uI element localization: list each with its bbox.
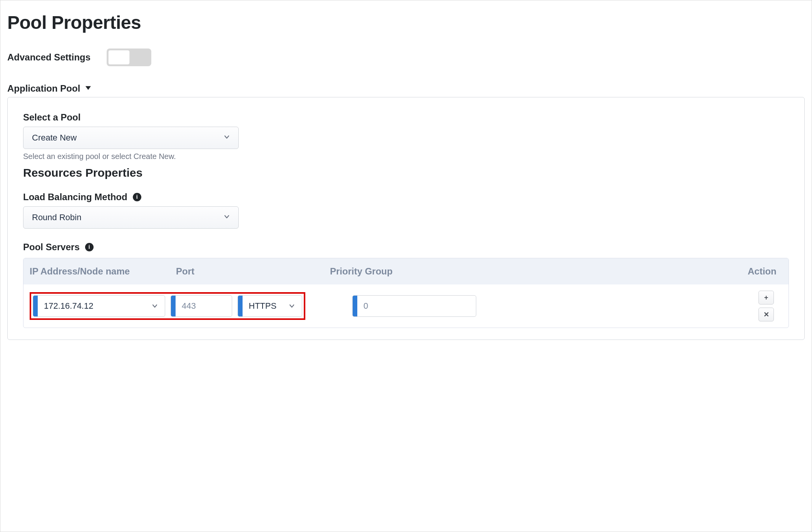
priority-input[interactable] bbox=[352, 295, 476, 317]
page-title: Pool Properties bbox=[7, 12, 805, 33]
port-input[interactable] bbox=[171, 295, 232, 317]
application-pool-section-label: Application Pool bbox=[7, 83, 80, 94]
pool-servers-label: Pool Servers i bbox=[23, 242, 789, 253]
load-balancing-label: Load Balancing Method i bbox=[23, 192, 789, 202]
th-action: Action bbox=[748, 266, 782, 277]
chevron-down-icon bbox=[289, 303, 295, 309]
resources-properties-title: Resources Properties bbox=[23, 166, 789, 179]
ip-address-input[interactable] bbox=[33, 295, 165, 317]
pool-properties-panel: Pool Properties Advanced Settings Applic… bbox=[0, 0, 812, 532]
th-port: Port bbox=[176, 266, 330, 277]
advanced-settings-toggle[interactable] bbox=[107, 49, 151, 66]
advanced-settings-label: Advanced Settings bbox=[7, 52, 90, 63]
th-ip: IP Address/Node name bbox=[30, 266, 176, 277]
add-row-button[interactable]: + bbox=[758, 291, 774, 304]
protocol-dropdown[interactable]: HTTPS bbox=[243, 296, 302, 316]
chevron-down-icon bbox=[224, 214, 230, 222]
chevron-down-icon bbox=[224, 134, 230, 142]
application-pool-panel: Select a Pool Create New Select an exist… bbox=[7, 97, 805, 340]
pool-servers-label-text: Pool Servers bbox=[23, 242, 80, 253]
highlighted-cells: HTTPS bbox=[30, 292, 335, 320]
advanced-settings-row: Advanced Settings bbox=[7, 49, 805, 66]
info-icon[interactable]: i bbox=[133, 193, 141, 201]
toggle-knob bbox=[108, 50, 130, 65]
input-accent-bar bbox=[171, 296, 176, 316]
select-pool-value: Create New bbox=[32, 133, 77, 143]
action-cell: + ✕ bbox=[748, 291, 782, 321]
th-priority: Priority Group bbox=[330, 266, 748, 277]
select-pool-label: Select a Pool bbox=[23, 112, 789, 123]
svg-marker-0 bbox=[85, 86, 91, 90]
ip-dropdown-trigger[interactable] bbox=[146, 296, 165, 316]
load-balancing-dropdown[interactable]: Round Robin bbox=[23, 206, 239, 229]
load-balancing-value: Round Robin bbox=[32, 212, 81, 223]
priority-field[interactable] bbox=[357, 296, 476, 316]
application-pool-section-toggle[interactable]: Application Pool bbox=[7, 83, 91, 94]
ip-address-field[interactable] bbox=[38, 296, 146, 316]
info-icon[interactable]: i bbox=[85, 243, 94, 251]
pool-servers-table: IP Address/Node name Port Priority Group… bbox=[23, 258, 789, 328]
load-balancing-label-text: Load Balancing Method bbox=[23, 192, 127, 202]
port-field[interactable] bbox=[176, 296, 232, 316]
remove-row-button[interactable]: ✕ bbox=[758, 308, 774, 321]
highlight-box: HTTPS bbox=[30, 292, 305, 320]
protocol-value: HTTPS bbox=[249, 301, 276, 311]
table-header: IP Address/Node name Port Priority Group… bbox=[23, 258, 789, 284]
priority-cell bbox=[335, 295, 748, 317]
input-accent-bar bbox=[353, 296, 357, 316]
protocol-select[interactable]: HTTPS bbox=[238, 295, 302, 317]
select-pool-dropdown[interactable]: Create New bbox=[23, 127, 239, 149]
select-pool-helper: Select an existing pool or select Create… bbox=[23, 152, 789, 161]
input-accent-bar bbox=[33, 296, 38, 316]
caret-down-icon bbox=[85, 85, 91, 92]
table-row: HTTPS + ✕ bbox=[23, 284, 789, 328]
input-accent-bar bbox=[238, 296, 243, 316]
chevron-down-icon bbox=[152, 303, 158, 309]
